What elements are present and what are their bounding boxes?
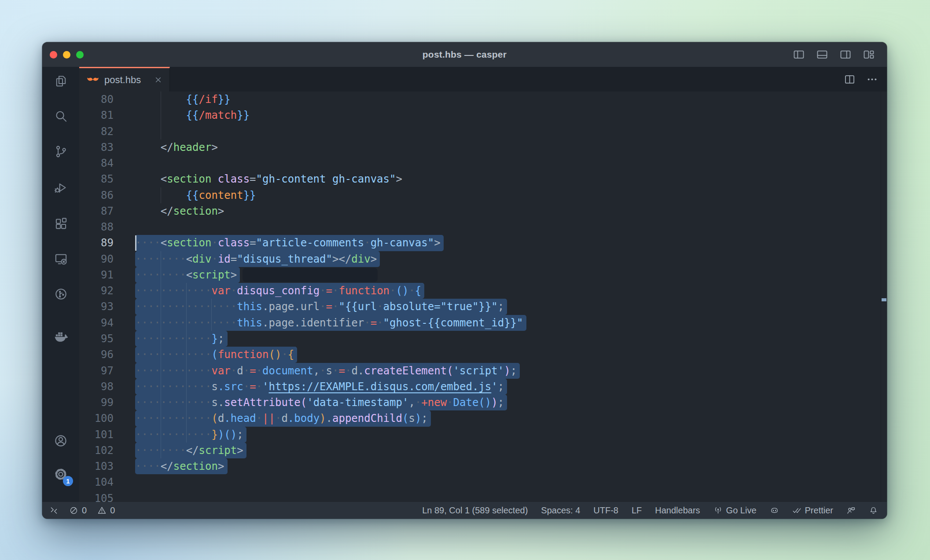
- status-warnings[interactable]: 0: [97, 505, 115, 516]
- code-line[interactable]: 104: [79, 474, 887, 490]
- line-number[interactable]: 105: [79, 490, 135, 502]
- code-line[interactable]: 87 </section>: [79, 203, 887, 219]
- status-bar: 00 Ln 89, Col 1 (589 selected)Spaces: 4U…: [42, 502, 887, 519]
- code-line[interactable]: 81 {{/match}}: [79, 107, 887, 123]
- line-number[interactable]: 90: [79, 251, 135, 267]
- activity-source-control-icon[interactable]: [52, 143, 70, 160]
- status-eol[interactable]: LF: [632, 505, 642, 516]
- line-number[interactable]: 95: [79, 331, 135, 347]
- status-go-live[interactable]: Go Live: [713, 505, 757, 516]
- line-number[interactable]: 101: [79, 427, 135, 443]
- activity-search-icon[interactable]: [52, 107, 70, 125]
- code-text: ············s.src·=·'https://EXAMPLE.dis…: [135, 379, 887, 395]
- split-editor-icon[interactable]: [844, 73, 856, 85]
- code-text: ············(function()·{: [135, 347, 887, 362]
- line-number[interactable]: 98: [79, 379, 135, 395]
- vscode-window: post.hbs — casper 1 post.hbs 80 {{/if}}8…: [42, 42, 887, 519]
- line-number[interactable]: 96: [79, 347, 135, 362]
- status-remote[interactable]: [49, 506, 59, 515]
- status-feedback[interactable]: [846, 506, 856, 515]
- warning-icon: [97, 506, 107, 515]
- code-line[interactable]: 95············};: [79, 331, 887, 347]
- activity-extensions-icon[interactable]: [52, 215, 70, 232]
- line-number[interactable]: 92: [79, 283, 135, 299]
- more-actions-icon[interactable]: [866, 73, 878, 85]
- activity-docker-icon[interactable]: [52, 327, 70, 345]
- ruler-cursor-marker: [882, 298, 886, 301]
- code-line[interactable]: 102········</script>: [79, 443, 887, 458]
- status-encoding[interactable]: UTF-8: [593, 505, 618, 516]
- line-number[interactable]: 93: [79, 299, 135, 315]
- activity-git-graph-icon[interactable]: [52, 285, 70, 303]
- activity-settings-icon[interactable]: 1: [52, 465, 70, 483]
- status-notifications[interactable]: [869, 506, 878, 515]
- code-text: ············})();: [135, 427, 887, 443]
- code-line[interactable]: 89····<section·class="article-comments·g…: [79, 235, 887, 251]
- code-line[interactable]: 105: [79, 490, 887, 502]
- status-indentation[interactable]: Spaces: 4: [541, 505, 580, 516]
- error-none-icon: [69, 506, 78, 515]
- code-line[interactable]: 84: [79, 155, 887, 171]
- status-go-live-label: Go Live: [726, 505, 757, 516]
- code-line[interactable]: 86 {{content}}: [79, 187, 887, 203]
- close-tab-icon[interactable]: [153, 75, 163, 85]
- line-number[interactable]: 104: [79, 474, 135, 490]
- code-line[interactable]: 88: [79, 219, 887, 235]
- line-number[interactable]: 83: [79, 139, 135, 155]
- status-language-mode-label: Handlebars: [655, 505, 700, 516]
- code-line[interactable]: 92············var·disqus_config·=·functi…: [79, 283, 887, 299]
- code-line[interactable]: 82: [79, 124, 887, 139]
- tab-label: post.hbs: [104, 74, 141, 86]
- activity-explorer-icon[interactable]: [52, 72, 70, 90]
- code-line[interactable]: 98············s.src·=·'https://EXAMPLE.d…: [79, 379, 887, 395]
- line-number[interactable]: 103: [79, 458, 135, 474]
- line-number[interactable]: 80: [79, 92, 135, 107]
- text-cursor: [135, 235, 136, 250]
- code-line[interactable]: 99············s.setAttribute('data-times…: [79, 395, 887, 410]
- overview-ruler[interactable]: [881, 92, 887, 502]
- code-line[interactable]: 80 {{/if}}: [79, 92, 887, 107]
- code-line[interactable]: 103····</section>: [79, 458, 887, 474]
- line-number[interactable]: 88: [79, 219, 135, 235]
- code-editor[interactable]: 80 {{/if}}81 {{/match}}8283 </header>848…: [79, 92, 887, 502]
- code-line[interactable]: 93················this.page.url·=·"{{url…: [79, 299, 887, 315]
- code-text: ········</script>: [135, 443, 887, 458]
- code-text: ············s.setAttribute('data-timesta…: [135, 395, 887, 410]
- status-language-mode[interactable]: Handlebars: [655, 505, 700, 516]
- line-number[interactable]: 84: [79, 155, 135, 171]
- activity-accounts-icon[interactable]: [52, 432, 70, 450]
- broadcast-icon: [713, 506, 723, 515]
- code-line[interactable]: 83 </header>: [79, 139, 887, 155]
- line-number[interactable]: 100: [79, 410, 135, 426]
- code-line[interactable]: 91········<script>: [79, 267, 887, 283]
- double-check-icon: [792, 506, 801, 515]
- code-line[interactable]: 85 <section class="gh-content gh-canvas"…: [79, 171, 887, 187]
- line-number[interactable]: 94: [79, 315, 135, 331]
- activity-run-and-debug-icon[interactable]: [52, 179, 70, 196]
- line-number[interactable]: 99: [79, 395, 135, 410]
- line-number[interactable]: 86: [79, 187, 135, 203]
- line-number[interactable]: 87: [79, 203, 135, 219]
- code-line[interactable]: 97············var·d·=·document,·s·=·d.cr…: [79, 363, 887, 379]
- code-line[interactable]: 101············})();: [79, 427, 887, 443]
- line-number[interactable]: 97: [79, 363, 135, 379]
- code-text: ····<section·class="article-comments·gh-…: [135, 235, 887, 251]
- status-prettier[interactable]: Prettier: [792, 505, 833, 516]
- line-number[interactable]: 102: [79, 443, 135, 458]
- code-line[interactable]: 94················this.page.identifier·=…: [79, 315, 887, 331]
- status-cursor-position[interactable]: Ln 89, Col 1 (589 selected): [422, 505, 528, 516]
- status-copilot[interactable]: [770, 506, 779, 515]
- code-line[interactable]: 90········<div·id="disqus_thread"></div>: [79, 251, 887, 267]
- line-number[interactable]: 81: [79, 107, 135, 123]
- tab-post-hbs[interactable]: post.hbs: [79, 67, 170, 92]
- tab-bar: post.hbs: [79, 67, 887, 92]
- status-errors[interactable]: 0: [69, 505, 87, 516]
- code-line[interactable]: 96············(function()·{: [79, 347, 887, 362]
- code-line[interactable]: 100············(d.head·||·d.body).append…: [79, 410, 887, 426]
- line-number[interactable]: 85: [79, 171, 135, 187]
- line-number[interactable]: 91: [79, 267, 135, 283]
- status-prettier-label: Prettier: [805, 505, 833, 516]
- activity-remote-explorer-icon[interactable]: [52, 250, 70, 267]
- line-number[interactable]: 82: [79, 124, 135, 139]
- line-number[interactable]: 89: [79, 235, 135, 251]
